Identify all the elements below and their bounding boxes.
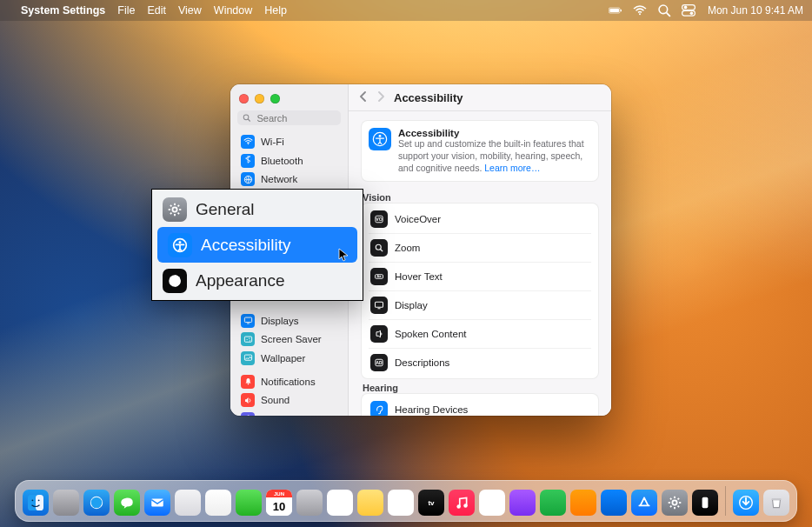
row-label: VoiceOver bbox=[395, 214, 582, 224]
globe-icon bbox=[241, 172, 255, 186]
row-label: Display bbox=[395, 300, 582, 310]
dock-app-contacts[interactable] bbox=[296, 490, 323, 516]
menu-help[interactable]: Help bbox=[264, 4, 287, 17]
dock-app-tv[interactable]: tv bbox=[418, 490, 444, 516]
nav-back-button[interactable] bbox=[357, 90, 369, 104]
search-icon bbox=[243, 113, 250, 123]
sidebar-zoom-callout: General Accessibility Appearance bbox=[151, 189, 363, 301]
menu-view[interactable]: View bbox=[178, 4, 202, 17]
dock-app-numbers[interactable] bbox=[540, 490, 566, 516]
window-zoom-button[interactable] bbox=[270, 94, 280, 103]
wifi-icon bbox=[241, 135, 255, 149]
sidebar-item-network[interactable]: Network bbox=[234, 170, 344, 189]
dock-app-mail[interactable] bbox=[144, 490, 170, 516]
row-label: Hover Text bbox=[395, 271, 582, 282]
dock-app-messages[interactable] bbox=[114, 490, 140, 516]
bt-icon bbox=[241, 154, 255, 168]
popout-item-general[interactable]: General bbox=[152, 191, 363, 227]
menu-window[interactable]: Window bbox=[214, 4, 252, 17]
spoken-icon bbox=[370, 325, 388, 343]
dock-app-news[interactable] bbox=[479, 490, 505, 516]
sidebar-item-label: Screen Saver bbox=[261, 334, 322, 344]
svg-point-3 bbox=[639, 13, 641, 15]
sidebar-item-screen-saver[interactable]: Screen Saver bbox=[234, 330, 344, 349]
search-input[interactable] bbox=[255, 112, 336, 124]
svg-rect-25 bbox=[771, 498, 781, 500]
svg-point-10 bbox=[243, 115, 249, 120]
battery-status-icon[interactable] bbox=[609, 5, 622, 16]
dock-app-safari[interactable] bbox=[83, 490, 110, 516]
row-label: Spoken Content bbox=[395, 329, 582, 339]
dock-app-appstore[interactable] bbox=[631, 490, 657, 516]
sidebar-item-label: Displays bbox=[261, 316, 298, 326]
row-spoken-content[interactable]: Spoken Content bbox=[369, 319, 591, 348]
zoom-icon bbox=[370, 239, 388, 257]
hero-title: Accessibility bbox=[398, 128, 591, 138]
dock-app-finder[interactable] bbox=[23, 490, 49, 516]
sidebar-item-wallpaper[interactable]: Wallpaper bbox=[234, 349, 344, 367]
sidebar-item-displays[interactable]: Displays bbox=[234, 311, 344, 330]
menu-edit[interactable]: Edit bbox=[147, 4, 166, 17]
sidebar-item-focus[interactable]: Focus bbox=[234, 410, 344, 416]
dock-app-launchpad[interactable] bbox=[53, 490, 79, 516]
sidebar-item-label: Bluetooth bbox=[261, 156, 303, 166]
row-display[interactable]: Display bbox=[369, 290, 591, 319]
sidebar-item-sound[interactable]: Sound bbox=[234, 391, 344, 410]
dock-app-freeform[interactable] bbox=[388, 490, 414, 516]
popout-item-label: Accessibility bbox=[201, 236, 290, 255]
dock-app-keynote[interactable] bbox=[601, 490, 627, 516]
row-voiceover[interactable]: VoiceOver bbox=[369, 205, 591, 233]
row-label: Zoom bbox=[395, 243, 582, 253]
dock-app-notes[interactable] bbox=[357, 490, 383, 516]
app-menu[interactable]: System Settings bbox=[21, 4, 105, 17]
sidebar-item-notifications[interactable]: Notifications bbox=[234, 372, 344, 390]
appearance-icon bbox=[163, 269, 187, 293]
svg-line-11 bbox=[248, 119, 250, 121]
popout-item-label: General bbox=[196, 200, 255, 219]
sidebar-search[interactable] bbox=[237, 110, 341, 125]
dock-app-photos[interactable] bbox=[205, 490, 231, 516]
svg-point-9 bbox=[690, 12, 694, 16]
row-zoom[interactable]: Zoom bbox=[369, 233, 591, 262]
sidebar-item-wi-fi[interactable]: Wi-Fi bbox=[234, 133, 344, 151]
svg-rect-2 bbox=[621, 10, 622, 12]
dock-app-settings[interactable] bbox=[662, 490, 688, 516]
row-hearing-devices[interactable]: Hearing Devices bbox=[369, 396, 591, 416]
dock-app-reminders[interactable] bbox=[327, 490, 353, 516]
dock-app-iphone-mirror[interactable] bbox=[692, 490, 718, 516]
ear-icon bbox=[370, 401, 388, 416]
learn-more-link[interactable]: Learn more… bbox=[484, 163, 540, 173]
dock-app-pages[interactable] bbox=[570, 490, 596, 516]
window-minimize-button[interactable] bbox=[255, 94, 264, 103]
dock-app-calendar[interactable]: JUN 10 bbox=[266, 490, 292, 516]
control-center-icon[interactable] bbox=[682, 5, 696, 16]
menubar-datetime[interactable]: Mon Jun 10 9:41 AM bbox=[708, 4, 803, 17]
sidebar-item-bluetooth[interactable]: Bluetooth bbox=[234, 151, 344, 170]
dock-app-trash[interactable] bbox=[763, 490, 789, 516]
sidebar-item-label: Sound bbox=[261, 395, 290, 405]
popout-item-accessibility[interactable]: Accessibility bbox=[157, 227, 357, 263]
sidebar-item-label: Wallpaper bbox=[261, 353, 305, 364]
dock-app-facetime[interactable] bbox=[236, 490, 262, 516]
dock-app-podcasts[interactable] bbox=[509, 490, 536, 516]
dock-app-downloads[interactable] bbox=[733, 490, 759, 516]
dock-app-maps[interactable] bbox=[175, 490, 201, 516]
row-descriptions[interactable]: Descriptions bbox=[369, 348, 591, 377]
dock-app-music[interactable] bbox=[449, 490, 475, 516]
popout-item-appearance[interactable]: Appearance bbox=[152, 263, 363, 298]
svg-point-17 bbox=[38, 499, 40, 501]
sidebar-item-label: Notifications bbox=[261, 377, 316, 387]
svg-rect-1 bbox=[609, 9, 619, 12]
nav-forward-button[interactable] bbox=[376, 90, 387, 104]
bell-icon bbox=[241, 375, 255, 389]
svg-line-5 bbox=[667, 13, 670, 17]
sidebar-item-label: Focus bbox=[261, 414, 288, 416]
descriptions-icon bbox=[370, 354, 388, 371]
spotlight-icon[interactable] bbox=[657, 5, 671, 16]
menu-file[interactable]: File bbox=[117, 4, 135, 17]
section-title-vision: Vision bbox=[361, 189, 599, 203]
row-hover-text[interactable]: Hover Text bbox=[369, 262, 591, 290]
window-close-button[interactable] bbox=[239, 94, 249, 103]
wifi-status-icon[interactable] bbox=[633, 5, 647, 16]
hero-card: Accessibility Set up and customize the b… bbox=[361, 120, 599, 182]
